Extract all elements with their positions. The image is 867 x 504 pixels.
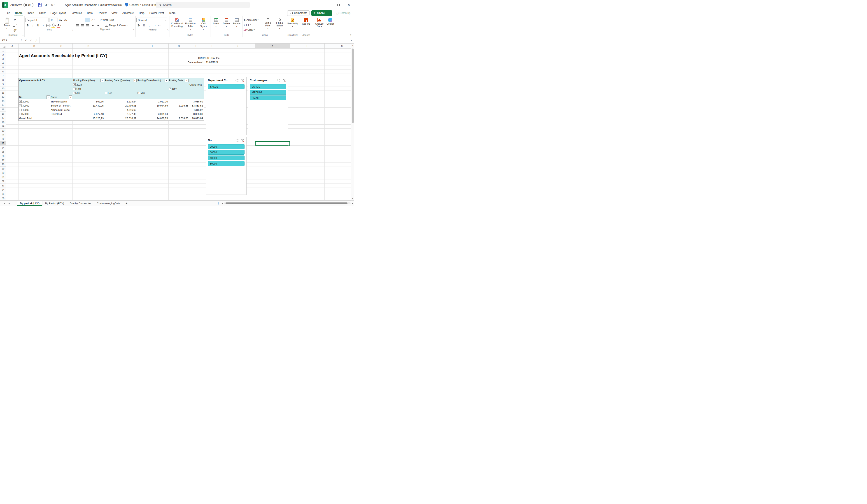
column-header-E[interactable]: E (104, 44, 137, 48)
decrease-indent-button[interactable]: ⇤ (90, 23, 95, 28)
copilot-button[interactable]: Copilot (325, 17, 335, 25)
minimize-button[interactable] (323, 0, 333, 10)
borders-button[interactable]: ▾ (46, 23, 51, 28)
grand-total-value-cell[interactable]: 2.039,85 (169, 116, 189, 120)
font-color-button[interactable]: A▾ (56, 23, 61, 28)
tab-page-layout[interactable]: Page Layout (48, 10, 68, 16)
collapse-icon[interactable]: − (19, 100, 22, 103)
pivot-value-cell[interactable]: 1.012,20 (137, 99, 169, 104)
row-header-3[interactable]: 3 (0, 57, 6, 61)
sheet-tab[interactable]: CustomerAgingData (94, 201, 123, 206)
slicer-item-SMALL[interactable]: SMALL (250, 96, 286, 100)
grand-total-label-cell[interactable]: Grand Total (19, 116, 73, 120)
tab-help[interactable]: Help (136, 10, 147, 16)
column-header-D[interactable]: D (73, 44, 104, 48)
multi-select-icon[interactable] (235, 78, 239, 82)
column-header-L[interactable]: L (290, 44, 325, 48)
conditional-formatting-button[interactable]: ConditionalFormatting▾ (170, 17, 184, 31)
grid-body[interactable]: Aged Accounts Receivable by Period (LCY)… (0, 49, 351, 201)
format-cells-button[interactable]: Format▾ (232, 17, 242, 28)
filter-dropdown-icon[interactable]: ▼ (164, 79, 168, 82)
row-header-21[interactable]: 21 (0, 133, 6, 137)
collapse-icon[interactable]: − (73, 88, 76, 90)
hscroll-left-icon[interactable]: ◂ (222, 202, 223, 204)
pivot-field-year[interactable]: Posting Date (Year)▼ (73, 78, 104, 83)
pivot-value-cell[interactable]: 2.877,48 (104, 112, 137, 116)
row-header-14[interactable]: 14 (0, 103, 6, 108)
row-header-25[interactable]: 25 (0, 150, 6, 154)
pivot-value-cell[interactable] (169, 108, 189, 112)
row-header-31[interactable]: 31 (0, 175, 6, 180)
data-retrieved-label-cell[interactable]: Data retrieved: (169, 60, 204, 65)
column-header-I[interactable]: I (204, 44, 220, 48)
row-header-9[interactable]: 9 (0, 82, 6, 87)
pivot-value-cell[interactable] (137, 108, 169, 112)
expand-icon[interactable]: + (105, 92, 107, 94)
column-header-M[interactable]: M (325, 44, 354, 48)
fill-color-button[interactable]: ▾ (51, 23, 56, 28)
row-header-24[interactable]: 24 (0, 146, 6, 150)
decrease-font-button[interactable]: A▾ (63, 18, 68, 22)
save-icon[interactable] (38, 3, 42, 7)
row-header-27[interactable]: 27 (0, 158, 6, 162)
undo-button[interactable]: ↺▾ (43, 2, 50, 8)
row-header-33[interactable]: 33 (0, 183, 6, 188)
name-box[interactable]: K23 (0, 37, 20, 43)
vertical-scrollbar[interactable]: ▲ ▼ (351, 44, 354, 201)
increase-font-button[interactable]: A▴ (58, 18, 63, 22)
pivot-qtr1-cell[interactable]: −Qtr1 (73, 87, 104, 91)
row-header-30[interactable]: 30 (0, 171, 6, 175)
sensitivity-button[interactable]: Sensitivity▾ (287, 17, 299, 28)
sheet-nav-right-icon[interactable]: ▸ (7, 201, 12, 206)
row-header-7[interactable]: 7 (0, 74, 6, 78)
search-input[interactable]: Search (156, 2, 249, 8)
tab-power-pivot[interactable]: Power Pivot (147, 10, 167, 16)
tab-home[interactable]: Home (12, 10, 25, 16)
orientation-button[interactable]: ↗▾ (90, 18, 95, 22)
pivot-qtr2-cell[interactable]: +Qtr2 (169, 87, 189, 91)
pivot-value-cell[interactable]: 20.409,93 (104, 104, 137, 108)
pivot-value-cell[interactable]: 2.039,85 (169, 104, 189, 108)
row-header-11[interactable]: 11 (0, 91, 6, 95)
pivot-value-cell[interactable]: 1.214,64 (104, 99, 137, 104)
row-header-15[interactable]: 15 (0, 108, 6, 112)
tab-insert[interactable]: Insert (25, 10, 37, 16)
collapse-ribbon-button[interactable]: ▾ (350, 34, 351, 36)
pivot-value-cell[interactable]: 53.833,52 (189, 104, 204, 108)
slicer-item-LARGE[interactable]: LARGE (250, 84, 286, 89)
pivot-no-cell[interactable]: −40000 (19, 108, 50, 112)
grand-total-value-cell[interactable]: 24.038,73 (137, 116, 169, 120)
clear-button[interactable]: Clear▾ (243, 28, 262, 32)
bold-button[interactable]: B (25, 23, 30, 28)
find-select-button[interactable]: Find &Select▾ (274, 17, 285, 30)
sheet-tab[interactable]: Due by Currencies (67, 201, 94, 206)
pivot-value-cell[interactable]: 809,76 (73, 99, 104, 104)
pivot-value-cell[interactable]: 19.944,69 (137, 104, 169, 108)
hscroll-right-icon[interactable]: ▸ (352, 202, 353, 204)
number-format-combo[interactable]: General▾ (136, 18, 167, 22)
comments-button[interactable]: Comments (287, 10, 310, 16)
company-name-cell[interactable]: CRONUS USA, Inc. (189, 56, 220, 60)
selected-cell-K23[interactable] (255, 141, 290, 146)
italic-button[interactable]: I (31, 23, 35, 28)
slicer-item-30000[interactable]: 30000 (208, 150, 245, 154)
row-header-2[interactable]: 2 (0, 53, 6, 57)
formula-input[interactable] (39, 37, 349, 43)
filter-dropdown-icon[interactable]: ▼ (185, 79, 189, 82)
pivot-name-header[interactable]: Name▼ (50, 95, 73, 99)
row-header-20[interactable]: 20 (0, 129, 6, 133)
bottom-align-button[interactable] (85, 18, 90, 22)
tab-formulas[interactable]: Formulas (68, 10, 84, 16)
collapse-icon[interactable]: − (73, 83, 76, 86)
font-size-combo[interactable]: 10▾ (49, 18, 58, 22)
pivot-value-cell[interactable]: 3.081,84 (137, 112, 169, 116)
cut-button[interactable]: ✂ (13, 18, 18, 22)
add-sheet-button[interactable]: + (123, 201, 130, 206)
row-header-18[interactable]: 18 (0, 120, 6, 125)
share-dropdown-icon[interactable]: ▾ (329, 12, 331, 14)
pivot-name-cell[interactable]: Relecloud (50, 112, 73, 116)
expand-formula-bar-button[interactable]: ▾ (349, 37, 354, 43)
row-header-1[interactable]: 1 (0, 49, 6, 53)
insert-cells-button[interactable]: Insert▾ (211, 17, 221, 28)
pivot-grand-total-header[interactable]: Grand Total (189, 83, 204, 87)
